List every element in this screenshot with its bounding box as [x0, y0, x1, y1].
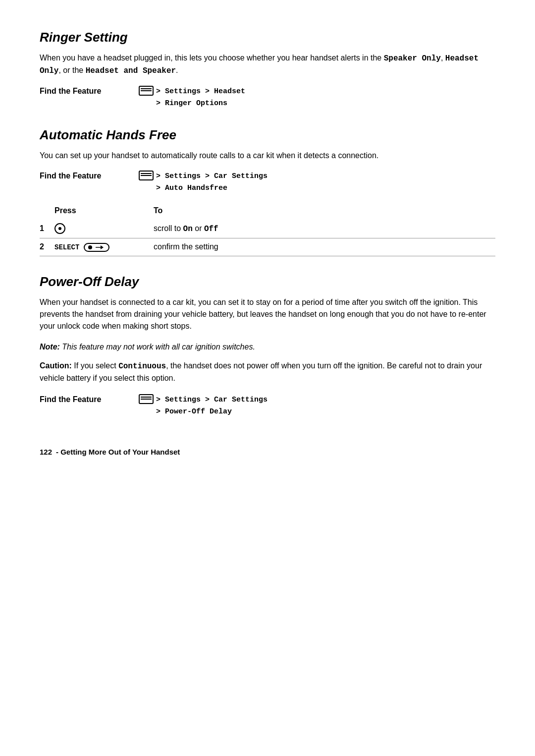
auto-path-line1: > Settings > Car Settings: [156, 171, 268, 182]
note-label: Note:: [40, 343, 60, 351]
caution-body1: If you select: [72, 361, 118, 370]
ringer-body-bold1: Speaker Only: [384, 54, 441, 63]
ringer-setting-body: When you have a headset plugged in, this…: [40, 52, 495, 77]
press-table: Press To 1 scroll to On or Off 2: [40, 204, 495, 256]
ringer-find-feature-path: > Settings > Headset > Ringer Options: [139, 86, 245, 110]
ringer-menu-icon-wrap: [139, 86, 155, 96]
power-off-delay-title: Power-Off Delay: [40, 274, 495, 290]
footer-page-number: 122: [40, 448, 52, 456]
footer-text: - Getting More Out of Your Handset: [56, 448, 180, 456]
select-icon: SELECT: [54, 243, 109, 252]
auto-hands-free-section: Automatic Hands Free You can set up your…: [40, 127, 495, 256]
select-button-shape: [84, 243, 109, 252]
ringer-body-text1: When you have a headset plugged in, this…: [40, 54, 384, 62]
ringer-find-feature-row: Find the Feature > Settings > Headset > …: [40, 86, 495, 110]
power-find-feature-row: Find the Feature > Settings > Car Settin…: [40, 394, 495, 418]
auto-find-feature-label: Find the Feature: [40, 171, 139, 180]
table-row: 1 scroll to On or Off: [40, 219, 495, 238]
power-find-feature-path: > Settings > Car Settings > Power-Off De…: [139, 394, 268, 418]
row1-num: 1: [40, 219, 54, 238]
row1-action: scroll to On or Off: [154, 219, 495, 238]
auto-path-lines: > Settings > Car Settings > Auto Handsfr…: [156, 171, 268, 194]
caution-text: Caution: If you select Continuous, the h…: [40, 360, 495, 384]
ringer-body-mid1: ,: [441, 54, 445, 62]
select-label: SELECT: [54, 243, 84, 251]
table-row: 2 SELECT confirm the setting: [40, 238, 495, 256]
power-path-line2: > Power-Off Delay: [156, 406, 268, 418]
svg-point-8: [88, 245, 92, 249]
press-col-press-header: Press: [54, 204, 154, 219]
menu-icon-auto: [139, 171, 154, 180]
row2-action: confirm the setting: [154, 238, 495, 256]
caution-bold: Continuous: [118, 362, 166, 371]
power-path-lines: > Settings > Car Settings > Power-Off De…: [156, 394, 268, 418]
footer-bar: 122 - Getting More Out of Your Handset: [40, 448, 495, 456]
ringer-body-bold3: Headset and Speaker: [86, 66, 176, 75]
auto-find-feature-row: Find the Feature > Settings > Car Settin…: [40, 171, 495, 194]
power-path-line1: > Settings > Car Settings: [156, 394, 268, 406]
caution-label: Caution:: [40, 361, 72, 370]
select-dot-icon: [87, 244, 93, 250]
ringer-path-line1: > Settings > Headset: [156, 86, 245, 98]
auto-find-feature-path: > Settings > Car Settings > Auto Handsfr…: [139, 171, 268, 194]
auto-hands-free-body: You can set up your handset to automatic…: [40, 150, 495, 162]
press-col-num-header: [40, 204, 54, 219]
ringer-path-lines: > Settings > Headset > Ringer Options: [156, 86, 245, 110]
row1-off: Off: [204, 225, 218, 233]
row1-icon-cell: [54, 219, 154, 238]
ringer-body-end: .: [176, 66, 178, 74]
note-body: This feature may not work with all car i…: [62, 343, 255, 351]
power-off-delay-body: When your handset is connected to a car …: [40, 296, 495, 332]
scroll-icon: [54, 223, 65, 234]
ringer-setting-title: Ringer Setting: [40, 30, 495, 45]
power-off-delay-section: Power-Off Delay When your handset is con…: [40, 274, 495, 418]
power-find-feature-label: Find the Feature: [40, 394, 139, 404]
ringer-setting-section: Ringer Setting When you have a headset p…: [40, 30, 495, 110]
row1-on: On: [183, 225, 193, 233]
press-col-to-header: To: [154, 204, 495, 219]
ringer-path-line2: > Ringer Options: [156, 98, 245, 110]
auto-hands-free-title: Automatic Hands Free: [40, 127, 495, 143]
note-text: Note: This feature may not work with all…: [40, 341, 495, 353]
auto-path-line2: > Auto Handsfree: [156, 182, 268, 194]
ringer-body-mid2: , or the: [58, 66, 85, 74]
row2-num: 2: [40, 238, 54, 256]
row2-icon-cell: SELECT: [54, 238, 154, 256]
auto-menu-icon-wrap: [139, 171, 155, 180]
menu-icon: [139, 86, 154, 96]
select-arrow-icon: [95, 244, 104, 250]
ringer-find-feature-label: Find the Feature: [40, 86, 139, 96]
svg-marker-11: [101, 245, 104, 249]
power-menu-icon-wrap: [139, 394, 155, 404]
menu-icon-power: [139, 394, 154, 404]
